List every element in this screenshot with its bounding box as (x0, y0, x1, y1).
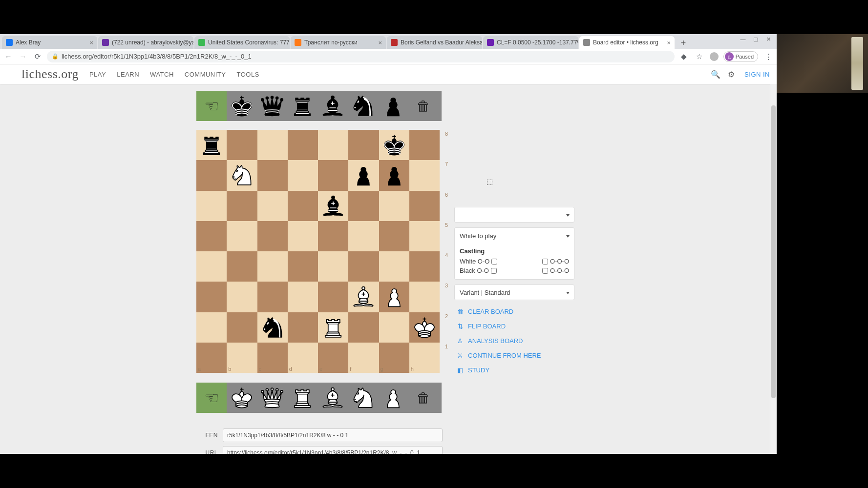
square-b5[interactable] (227, 221, 257, 251)
trash-tool[interactable]: 🗑 (408, 383, 439, 413)
tab-5[interactable]: CL=F 0.0500 -25.1700 -137.77%× (483, 36, 578, 49)
trash-tool[interactable]: 🗑 (408, 91, 439, 121)
analysis-board-button[interactable]: ♙ANALYSIS BOARD (454, 333, 574, 348)
square-f2[interactable] (348, 312, 379, 343)
kebab-menu-icon[interactable]: ⋮ (763, 51, 774, 62)
window-maximize-icon[interactable]: ▢ (750, 35, 761, 43)
close-icon[interactable]: × (667, 39, 671, 46)
square-g4[interactable] (379, 251, 409, 282)
site-logo[interactable]: lichess.org (21, 67, 79, 81)
square-c5[interactable] (257, 221, 288, 251)
variant-select[interactable]: Variant | Standard▾ (454, 285, 574, 300)
continue-button[interactable]: ⚔CONTINUE FROM HERE (454, 348, 574, 363)
nav-play[interactable]: PLAY (89, 71, 106, 78)
square-e4[interactable] (318, 251, 348, 282)
square-f8[interactable] (348, 130, 379, 160)
square-a5[interactable] (196, 221, 227, 251)
nav-community[interactable]: COMMUNITY (185, 71, 226, 78)
tab-4[interactable]: Boris Gelfand vs Baadur Aleksan× (387, 36, 482, 49)
position-select[interactable]: ▾ (454, 207, 574, 223)
signin-link[interactable]: SIGN IN (744, 71, 770, 78)
url-input[interactable] (223, 446, 443, 454)
square-e1[interactable]: e (318, 343, 348, 373)
square-d5[interactable] (288, 221, 318, 251)
white-ooo-checkbox[interactable]: O-O-O (542, 258, 569, 265)
square-h7[interactable]: 7 (409, 160, 440, 190)
reload-button[interactable]: ⟳ (32, 51, 43, 62)
square-a6[interactable] (196, 191, 227, 221)
square-b4[interactable] (227, 251, 257, 282)
square-e2[interactable] (318, 312, 348, 343)
black-oo-checkbox[interactable]: Black O-O (460, 267, 497, 274)
square-b3[interactable] (227, 282, 257, 312)
spare-white-queen[interactable] (257, 383, 287, 413)
square-f6[interactable] (348, 191, 379, 221)
square-f7[interactable] (348, 160, 379, 190)
white-oo-checkbox[interactable]: White O-O (460, 258, 497, 265)
spare-white-knight[interactable] (348, 383, 378, 413)
square-e8[interactable] (318, 130, 348, 160)
square-h5[interactable]: 5 (409, 221, 440, 251)
square-a3[interactable] (196, 282, 227, 312)
spare-black-pawn[interactable] (378, 91, 408, 121)
square-c4[interactable] (257, 251, 288, 282)
black-ooo-checkbox[interactable]: O-O-O (542, 267, 569, 274)
square-b1[interactable]: b (227, 343, 257, 373)
omnibox[interactable]: 🔒 lichess.org/editor/r5k1/1N3pp1/4b3/8/8… (47, 51, 675, 62)
search-icon[interactable]: 🔍 (709, 68, 722, 81)
square-h3[interactable]: 3 (409, 282, 440, 312)
fen-input[interactable] (223, 428, 443, 442)
tab-2[interactable]: United States Coronavirus: 777,6× (194, 36, 290, 49)
square-c2[interactable] (257, 312, 288, 343)
spare-black-knight[interactable] (348, 91, 378, 121)
square-a7[interactable] (196, 160, 227, 190)
square-d2[interactable] (288, 312, 318, 343)
square-e6[interactable] (318, 191, 348, 221)
square-d7[interactable] (288, 160, 318, 190)
square-g8[interactable] (379, 130, 409, 160)
square-g7[interactable] (379, 160, 409, 190)
window-close-icon[interactable]: ✕ (763, 35, 774, 43)
square-e5[interactable] (318, 221, 348, 251)
nav-learn[interactable]: LEARN (117, 71, 139, 78)
square-e7[interactable] (318, 160, 348, 190)
square-g6[interactable] (379, 191, 409, 221)
close-icon[interactable]: × (89, 39, 93, 46)
pointer-tool[interactable]: ☜ (196, 91, 227, 121)
square-h2[interactable]: 2 (409, 312, 440, 343)
window-minimize-icon[interactable]: — (738, 35, 748, 43)
square-d1[interactable]: d (288, 343, 318, 373)
nav-tools[interactable]: TOOLS (236, 71, 259, 78)
tab-1[interactable]: (722 unread) - abraylovskiy@ya× (98, 36, 193, 49)
square-b7[interactable] (227, 160, 257, 190)
clear-board-button[interactable]: 🗑CLEAR BOARD (454, 304, 574, 319)
square-f4[interactable] (348, 251, 379, 282)
square-d3[interactable] (288, 282, 318, 312)
square-a1[interactable]: a (196, 343, 227, 373)
turn-select[interactable]: White to play▾ (455, 228, 574, 244)
square-g2[interactable] (379, 312, 409, 343)
square-c3[interactable] (257, 282, 288, 312)
flip-board-button[interactable]: ⇅FLIP BOARD (454, 319, 574, 333)
back-button[interactable]: ← (3, 51, 14, 62)
new-tab-button[interactable]: + (677, 37, 689, 49)
square-g1[interactable]: g (379, 343, 409, 373)
spare-black-rook[interactable] (287, 91, 318, 121)
extension-dot-icon[interactable] (710, 52, 719, 61)
square-h1[interactable]: 1h (409, 343, 440, 373)
tab-6[interactable]: Board editor • lichess.org× (579, 36, 675, 49)
tab-3[interactable]: Транслит по-русски× (291, 36, 386, 49)
spare-white-bishop[interactable] (318, 383, 348, 413)
square-a2[interactable] (196, 312, 227, 343)
spare-white-king[interactable] (227, 383, 257, 413)
square-a8[interactable] (196, 130, 227, 160)
square-b6[interactable] (227, 191, 257, 221)
square-a4[interactable] (196, 251, 227, 282)
square-c6[interactable] (257, 191, 288, 221)
square-h6[interactable]: 6 (409, 191, 440, 221)
square-d6[interactable] (288, 191, 318, 221)
tab-0[interactable]: Alex Bray× (2, 36, 97, 49)
spare-black-queen[interactable] (257, 91, 287, 121)
gear-icon[interactable]: ⚙ (725, 68, 738, 81)
square-d8[interactable] (288, 130, 318, 160)
